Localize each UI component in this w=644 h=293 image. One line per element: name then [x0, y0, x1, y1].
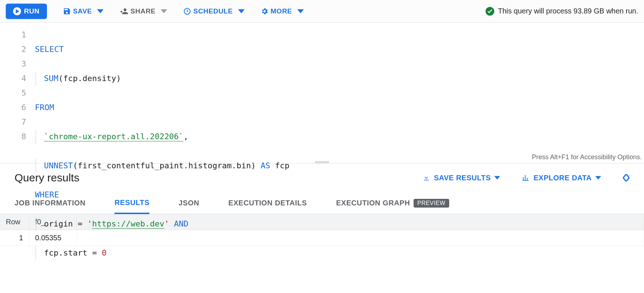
- svg-marker-5: [297, 9, 304, 13]
- line-gutter: 1 2 3 4 5 6 7 8: [0, 23, 33, 163]
- save-icon: [63, 7, 71, 15]
- play-icon: [13, 7, 21, 15]
- query-status: This query will process 93.89 GB when ru…: [486, 7, 638, 16]
- run-button[interactable]: RUN: [6, 4, 47, 19]
- chevron-down-icon: [238, 8, 245, 15]
- accessibility-hint: Press Alt+F1 for Accessibility Options.: [532, 153, 642, 161]
- schedule-label: SCHEDULE: [193, 7, 233, 15]
- more-button[interactable]: MORE: [261, 7, 304, 15]
- more-label: MORE: [271, 7, 292, 15]
- save-label: SAVE: [73, 7, 92, 15]
- svg-marker-2: [161, 9, 167, 13]
- resize-handle[interactable]: [315, 161, 329, 163]
- chevron-down-icon: [97, 8, 104, 15]
- chevron-down-icon: [161, 8, 167, 15]
- chevron-down-icon: [297, 8, 304, 15]
- share-label: SHARE: [130, 7, 156, 15]
- cell-rownum: 1: [0, 230, 29, 246]
- save-button[interactable]: SAVE: [63, 7, 104, 15]
- col-row[interactable]: Row: [0, 214, 29, 230]
- clock-icon: [183, 7, 191, 15]
- share-button[interactable]: SHARE: [120, 7, 167, 16]
- svg-marker-4: [238, 9, 245, 13]
- share-icon: [120, 7, 128, 16]
- check-circle-icon: [486, 7, 494, 16]
- svg-marker-0: [16, 9, 19, 13]
- code-area[interactable]: SELECT SUM(fcp.density) FROM `chrome-ux-…: [33, 23, 644, 163]
- run-label: RUN: [24, 7, 40, 15]
- gear-icon: [261, 7, 269, 15]
- sql-editor[interactable]: 1 2 3 4 5 6 7 8 SELECT SUM(fcp.density) …: [0, 23, 644, 164]
- schedule-button[interactable]: SCHEDULE: [183, 7, 245, 15]
- svg-marker-1: [97, 9, 104, 13]
- query-toolbar: RUN SAVE SHARE SCHEDULE MORE This query …: [0, 0, 644, 23]
- status-text: This query will process 93.89 GB when ru…: [498, 7, 638, 15]
